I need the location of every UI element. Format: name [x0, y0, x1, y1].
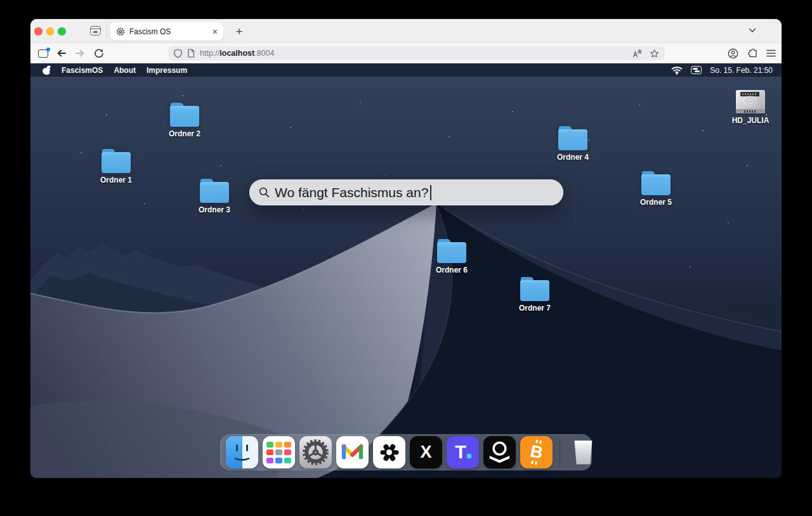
menu-app-name[interactable]: FascismOS: [62, 66, 103, 75]
wifi-icon[interactable]: [671, 66, 683, 75]
desktop-icon-label: Ordner 3: [186, 205, 243, 214]
desktop-icon-ordner-2[interactable]: Ordner 2: [156, 103, 213, 138]
desktop-icon-label: Ordner 7: [506, 304, 563, 313]
spotlight-query[interactable]: Wo fängt Faschismus an?: [275, 185, 428, 200]
reload-button[interactable]: [92, 43, 106, 63]
shield-icon[interactable]: [174, 49, 182, 58]
folder-icon: [170, 103, 199, 127]
chevron-down-icon[interactable]: [749, 28, 756, 33]
wallpaper: [30, 77, 782, 478]
bitcoin-icon[interactable]: B: [520, 436, 553, 468]
panel-icon[interactable]: [37, 43, 49, 63]
folder-icon: [437, 239, 466, 263]
text-cursor: [430, 185, 431, 200]
desktop-icon-label: Ordner 1: [88, 176, 145, 184]
control-center-icon[interactable]: [691, 66, 702, 74]
truth-dot: [467, 454, 471, 458]
x-icon[interactable]: X: [410, 436, 442, 468]
dock: X T B: [220, 434, 592, 470]
folder-icon: [558, 126, 587, 150]
desktop-icon-label: HD_JULIA: [722, 116, 779, 125]
tabstrip-divider: [107, 25, 107, 37]
fascism-os-desktop: FascismOS About Impressum So. 15. Feb. 2…: [30, 63, 782, 478]
url-port: :8004: [254, 49, 274, 58]
url-text[interactable]: http://localhost:8004: [200, 49, 632, 58]
hamburger-menu-icon[interactable]: [764, 43, 778, 63]
desktop-icon-label: Ordner 4: [544, 153, 601, 162]
chatgpt-icon[interactable]: [373, 436, 405, 468]
menu-item-about[interactable]: About: [114, 66, 136, 75]
os-menubar: FascismOS About Impressum So. 15. Feb. 2…: [30, 63, 782, 77]
desktop-icon-label: Ordner 2: [156, 129, 213, 138]
gmail-icon[interactable]: [336, 436, 369, 468]
dock-separator: [560, 439, 560, 467]
traffic-lights: [34, 27, 66, 35]
desktop-icon-ordner-3[interactable]: Ordner 3: [186, 179, 243, 214]
desktop-icon-label: Ordner 5: [627, 198, 684, 207]
finder-icon[interactable]: [226, 436, 258, 468]
extensions-puzzle-icon[interactable]: [745, 43, 759, 63]
bitcoin-glyph: B: [528, 441, 544, 462]
search-icon: [259, 187, 270, 198]
truth-social-icon[interactable]: T: [447, 436, 479, 468]
x-glyph: X: [420, 442, 431, 462]
desktop-icon-label: Ordner 6: [423, 266, 480, 274]
desktop-icon-ordner-1[interactable]: Ordner 1: [88, 149, 145, 184]
hard-drive-icon: [736, 90, 765, 113]
account-icon[interactable]: [726, 43, 740, 63]
system-settings-icon[interactable]: [299, 436, 332, 468]
desktop-icon-ordner-5[interactable]: Ordner 5: [627, 171, 684, 207]
back-button[interactable]: [55, 43, 69, 63]
spotlight-search[interactable]: Wo fängt Faschismus an?: [249, 179, 563, 205]
desktop-icon-ordner-4[interactable]: Ordner 4: [544, 126, 601, 162]
truth-glyph: T: [455, 442, 466, 463]
close-tab-icon[interactable]: ×: [213, 27, 218, 36]
notification-dot: [38, 49, 48, 58]
url-bar[interactable]: http://localhost:8004: [168, 46, 665, 60]
folder-icon: [200, 179, 229, 203]
url-host: localhost: [219, 49, 254, 58]
launchpad-icon[interactable]: [263, 436, 295, 468]
browser-window: Fascism OS × + ht: [30, 19, 782, 478]
folder-icon: [102, 149, 131, 173]
translate-icon[interactable]: [632, 49, 642, 58]
folder-icon: [641, 171, 671, 195]
archive-box-icon[interactable]: [90, 26, 101, 35]
tab-title: Fascism OS: [129, 27, 213, 36]
desktop-icon-ordner-7[interactable]: Ordner 7: [506, 277, 563, 313]
trash-icon[interactable]: [567, 436, 599, 468]
folder-icon: [520, 277, 549, 301]
bookmark-star-icon[interactable]: [650, 49, 659, 58]
tab-strip: Fascism OS × +: [30, 19, 782, 43]
forward-button[interactable]: [73, 43, 87, 63]
menu-item-impressum[interactable]: Impressum: [147, 66, 187, 75]
gear-icon: [299, 436, 332, 468]
url-protocol: http://: [200, 49, 219, 58]
navigation-toolbar: http://localhost:8004: [30, 43, 782, 63]
browser-tab[interactable]: Fascism OS ×: [110, 22, 223, 41]
zoom-window-button[interactable]: [58, 27, 66, 35]
desktop-icon-ordner-6[interactable]: Ordner 6: [423, 239, 480, 274]
minimize-window-button[interactable]: [46, 27, 55, 35]
desktop-icon-hd-julia[interactable]: HD_JULIA: [722, 90, 779, 125]
fascism-os-favicon: [116, 27, 125, 36]
close-window-button[interactable]: [34, 27, 43, 35]
new-tab-button[interactable]: +: [231, 23, 247, 40]
apple-logo-icon[interactable]: [43, 65, 51, 75]
palantir-icon[interactable]: [483, 436, 516, 468]
menubar-clock[interactable]: So. 15. Feb. 21:50: [710, 66, 773, 75]
page-icon[interactable]: [187, 49, 195, 58]
